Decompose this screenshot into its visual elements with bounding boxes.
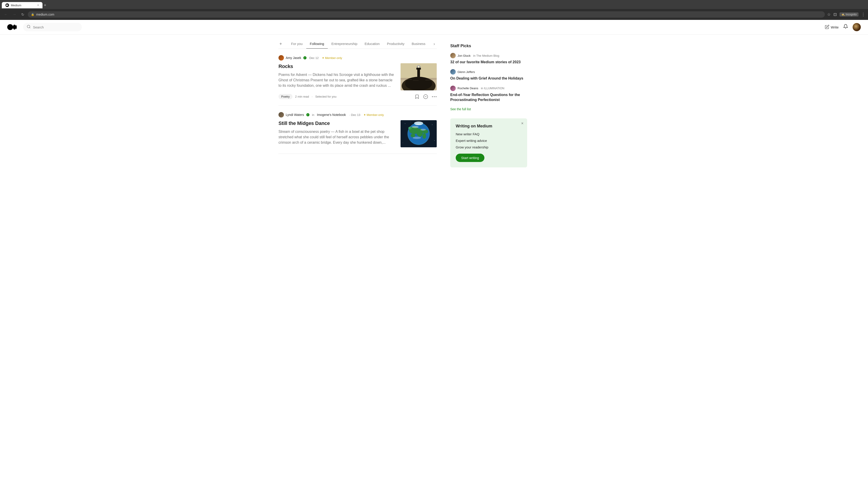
tab-for-you[interactable]: For you	[287, 39, 306, 49]
user-avatar[interactable]	[852, 23, 861, 31]
article-thumb-rocks[interactable]	[401, 63, 437, 90]
split-screen-icon[interactable]: ⊡	[833, 12, 837, 17]
address-bar[interactable]: 🔒 medium.com	[28, 11, 825, 18]
pick-author-glenn[interactable]: Glenn Jeffers	[458, 70, 475, 74]
footer-actions-rocks	[414, 94, 437, 99]
search-bar[interactable]	[23, 23, 82, 31]
pick-author-jon[interactable]: Jon Gluck	[458, 54, 471, 57]
author-name-amy[interactable]: Amy Jasek	[286, 56, 301, 60]
url-text: medium.com	[36, 13, 54, 16]
mute-button-rocks[interactable]	[423, 94, 428, 99]
author-name-lyndi[interactable]: Lyndi Waters	[286, 113, 304, 117]
tab-business[interactable]: Business	[408, 39, 429, 49]
tab-favicon	[5, 3, 9, 7]
medium-logo[interactable]	[7, 24, 17, 30]
browser-tab[interactable]: Medium ×	[2, 2, 42, 8]
reload-button[interactable]: ↻	[20, 11, 26, 18]
svg-point-31	[434, 140, 435, 141]
pick-author-row-jon: Jon Gluck in The Medium Blog	[450, 53, 527, 58]
pick-author-rochelle[interactable]: Rochelle Deans	[458, 87, 478, 90]
add-topic-button[interactable]: +	[278, 39, 286, 48]
pick-publication-rochelle: in ILLUMINATION	[480, 87, 504, 90]
pick-author-row-glenn: Glenn Jeffers	[450, 69, 527, 74]
tab-entrepreneurship[interactable]: Entrepreneurship	[328, 39, 361, 49]
search-icon	[27, 25, 31, 30]
article-content-rocks: Rocks Poems for Advent — Dickens had his…	[278, 63, 437, 90]
read-time-rocks: 2 min read	[295, 95, 309, 98]
forward-button[interactable]: →	[11, 11, 18, 18]
start-writing-button[interactable]: Start writing	[456, 154, 485, 162]
tab-following[interactable]: Following	[306, 39, 328, 49]
in-text-midges: in	[311, 113, 315, 117]
writing-card-close-button[interactable]: ×	[521, 121, 524, 126]
tab-education[interactable]: Education	[361, 39, 383, 49]
writing-card-links: New writer FAQ Expert writing advice Gro…	[456, 132, 522, 149]
write-button[interactable]: Write	[825, 25, 839, 30]
author-row-midges: Lyndi Waters ✓ in Imogene's Notebook · D…	[278, 112, 437, 118]
staff-pick-glenn: Glenn Jeffers On Dealing with Grief Arou…	[450, 69, 527, 81]
article-title-rocks[interactable]: Rocks	[278, 63, 396, 70]
svg-point-5	[27, 25, 30, 28]
svg-point-28	[432, 125, 432, 125]
pick-title-glenn[interactable]: On Dealing with Grief Around the Holiday…	[450, 76, 527, 81]
tab-close-icon[interactable]: ×	[37, 4, 39, 7]
svg-point-24	[436, 96, 436, 97]
staff-picks: Staff Picks Jon Gluck in The Medium Blog…	[450, 43, 527, 111]
tab-productivity[interactable]: Productivity	[383, 39, 408, 49]
back-button[interactable]: ←	[3, 11, 9, 18]
pick-title-jon[interactable]: 32 of our favorite Medium stories of 202…	[450, 60, 527, 65]
pick-author-row-rochelle: Rochelle Deans in ILLUMINATION	[450, 86, 527, 91]
article-rocks: Amy Jasek ✓ Dec 12 ✦ Member-only Rocks P…	[278, 49, 437, 106]
member-star-icon-2: ✦	[364, 113, 366, 117]
article-thumb-midges[interactable]	[401, 120, 437, 147]
pick-avatar-glenn	[450, 69, 456, 74]
article-tag-rocks[interactable]: Poetry	[278, 94, 292, 99]
svg-point-26	[405, 123, 405, 124]
incognito-indicator: 🕵 Incognito	[839, 12, 859, 17]
svg-point-42	[421, 129, 426, 131]
article-text-rocks: Rocks Poems for Advent — Dickens had his…	[278, 63, 396, 88]
svg-rect-1	[7, 4, 8, 6]
svg-point-43	[413, 137, 421, 139]
star-icon[interactable]: ☆	[827, 12, 831, 17]
new-tab-button[interactable]: +	[44, 3, 46, 8]
pick-avatar-rochelle	[450, 86, 456, 91]
article-title-midges[interactable]: Still the Midges Dance	[278, 120, 396, 127]
menu-icon[interactable]: ⋮	[861, 12, 865, 17]
sidebar-area: Staff Picks Jon Gluck in The Medium Blog…	[450, 35, 527, 167]
save-button-rocks[interactable]	[414, 94, 420, 99]
writing-link-readership[interactable]: Grow your readership	[456, 145, 522, 149]
staff-pick-jon: Jon Gluck in The Medium Blog 32 of our f…	[450, 53, 527, 65]
article-midges: Lyndi Waters ✓ in Imogene's Notebook · D…	[278, 106, 437, 154]
svg-point-37	[423, 133, 426, 139]
article-date-rocks: Dec 12	[309, 56, 318, 60]
article-excerpt-rocks: Poems for Advent — Dickens had his Scroo…	[278, 72, 396, 88]
svg-point-0	[6, 4, 7, 6]
more-button-rocks[interactable]	[432, 96, 437, 97]
selected-for-you-rocks: Selected for you	[315, 95, 337, 98]
tab-title: Medium	[11, 4, 21, 7]
search-input[interactable]	[33, 25, 74, 29]
main-layout: + For you Following Entrepreneurship Edu…	[271, 35, 597, 167]
svg-point-22	[432, 96, 433, 97]
notification-button[interactable]	[843, 24, 848, 30]
member-star-icon: ✦	[322, 56, 324, 60]
article-footer-rocks: Poetry 2 min read · Selected for you	[278, 94, 437, 99]
writing-link-advice[interactable]: Expert writing advice	[456, 139, 522, 142]
member-badge-midges: ✦ Member-only	[364, 113, 384, 117]
svg-rect-13	[416, 68, 421, 70]
medium-header: Write	[0, 20, 868, 35]
writing-card-title: Writing on Medium	[456, 124, 522, 129]
topic-nav: + For you Following Entrepreneurship Edu…	[278, 35, 437, 49]
pick-title-rochelle[interactable]: End-of-Year Reflection Questions for the…	[450, 92, 527, 103]
svg-rect-12	[417, 69, 420, 79]
more-topics-arrow[interactable]: ›	[432, 40, 437, 48]
article-date-midges: · Dec 13	[348, 113, 360, 117]
publication-midges[interactable]: Imogene's Notebook	[317, 113, 346, 117]
staff-pick-rochelle: Rochelle Deans in ILLUMINATION End-of-Ye…	[450, 86, 527, 103]
writing-on-medium-card: × Writing on Medium New writer FAQ Exper…	[450, 119, 527, 167]
svg-point-41	[412, 126, 418, 128]
verified-badge-amy: ✓	[303, 56, 307, 59]
see-full-list-link[interactable]: See the full list	[450, 107, 471, 111]
writing-link-faq[interactable]: New writer FAQ	[456, 132, 522, 136]
